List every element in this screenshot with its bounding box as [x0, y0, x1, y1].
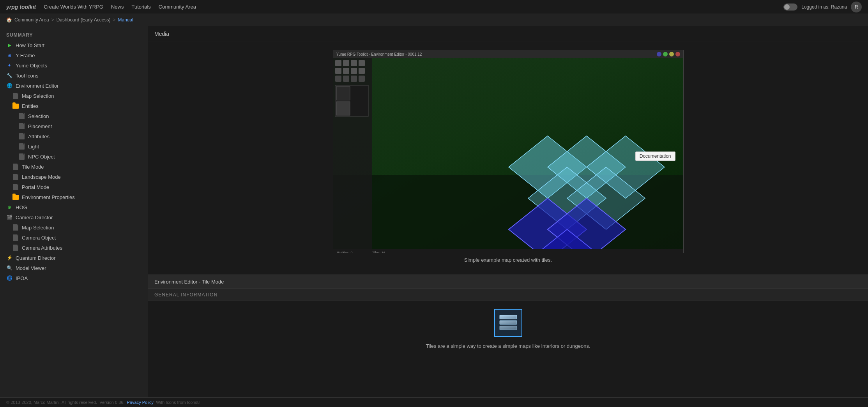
doc-icon-selection [19, 113, 25, 119]
sidebar-item-hog[interactable]: ⊕ HOG [0, 202, 148, 212]
sidebar-item-tool-icons[interactable]: 🔧 Tool Icons [0, 70, 148, 81]
app-logo: yrpg toolkit [6, 4, 36, 10]
svg-rect-22 [351, 76, 357, 82]
nav-link-news[interactable]: News [111, 4, 124, 10]
sidebar-item-npc-object[interactable]: NPC Object [0, 152, 148, 162]
footer-version: Version 0.86. [99, 400, 124, 405]
breadcrumb-sep-1: > [51, 17, 54, 23]
titlebar-icon-yellow [669, 52, 674, 56]
tile-description: Tiles are a simple way to create a simpl… [426, 343, 590, 349]
svg-rect-26 [336, 102, 350, 115]
yume-icon: ✦ [6, 62, 12, 69]
doc-icon-tile-mode [12, 164, 19, 170]
tile-icon-image [494, 309, 522, 337]
tile-mode-header: Environment Editor - Tile Mode [148, 275, 868, 289]
doc-icon-cam-obj [12, 234, 19, 241]
sidebar-item-attributes[interactable]: Attributes [0, 131, 148, 141]
footer-privacy[interactable]: Privacy Policy [127, 400, 154, 405]
home-icon[interactable]: 🏠 [6, 17, 12, 23]
nav-right: Logged in as: Razuna R [783, 2, 862, 12]
svg-rect-13 [343, 60, 349, 66]
quantum-icon: ⚡ [6, 255, 12, 261]
theme-toggle[interactable] [783, 4, 797, 11]
svg-rect-23 [359, 76, 365, 82]
sidebar-item-model-viewer[interactable]: 🔍 Model Viewer [0, 263, 148, 273]
svg-rect-20 [335, 76, 341, 82]
model-icon: 🔍 [6, 265, 12, 271]
sidebar-item-quantum-director[interactable]: ⚡ Quantum Director [0, 253, 148, 263]
content-area: Media Next Yume RPG Toolkit - Environmen… [148, 26, 868, 405]
globe-icon: 🌐 [6, 83, 12, 89]
screenshot-container: Yume RPG Toolkit - Environment Editor - … [333, 50, 684, 253]
folder-icon-entities [12, 103, 19, 109]
svg-rect-18 [351, 68, 357, 74]
titlebar-icons [657, 52, 680, 56]
svg-rect-19 [359, 68, 365, 74]
doc-icon-light [19, 143, 25, 150]
nav-link-tutorials[interactable]: Tutorials [131, 4, 150, 10]
sidebar-summary-label: Summary [0, 30, 148, 40]
sidebar-item-light[interactable]: Light [0, 141, 148, 152]
svg-rect-17 [343, 68, 349, 74]
user-avatar[interactable]: R [851, 2, 862, 12]
logged-in-label: Logged in as: Razuna [801, 4, 847, 10]
sidebar-item-environment-editor[interactable]: 🌐 Environment Editor [0, 81, 148, 91]
tile-mode-section: Environment Editor - Tile Mode GENERAL I… [148, 275, 868, 357]
documentation-button[interactable]: Documentation [635, 152, 675, 161]
doc-icon-map-sel-2 [12, 224, 19, 231]
sidebar-item-ipoa[interactable]: 🌀 IPOA [0, 273, 148, 283]
footer-icons: With Icons from Icons8 [156, 400, 200, 405]
nav-link-create-worlds[interactable]: Create Worlds With YRPG [44, 4, 103, 10]
breadcrumb-manual[interactable]: Manual [118, 17, 133, 23]
top-navigation: yrpg toolkit Create Worlds With YRPG New… [0, 0, 868, 14]
doc-icon-portal [12, 184, 19, 190]
svg-rect-32 [500, 326, 517, 330]
svg-rect-16 [335, 68, 341, 74]
svg-rect-12 [335, 60, 341, 66]
sidebar-item-how-to-start[interactable]: ▶ How To Start [0, 40, 148, 50]
sidebar-item-yume-objects[interactable]: ✦ Yume Objects [0, 60, 148, 70]
doc-icon-cam-attr [12, 245, 19, 251]
yframe-icon: ⊞ [6, 52, 12, 58]
sidebar-item-placement[interactable]: Placement [0, 121, 148, 131]
sidebar-item-camera-object[interactable]: Camera Object [0, 233, 148, 243]
doc-icon-map-sel-1 [12, 93, 19, 99]
tool-icon: 🔧 [6, 72, 12, 79]
footer: © 2013-2020, Marco Martini. All rights r… [0, 397, 868, 407]
main-layout: Summary ▶ How To Start ⊞ Y-Frame ✦ Yume … [0, 26, 868, 405]
media-header: Media [148, 26, 868, 42]
sidebar-item-selection[interactable]: Selection [0, 111, 148, 121]
titlebar-icon-green [663, 52, 668, 56]
sidebar-item-entities[interactable]: Entities [0, 101, 148, 111]
nav-link-community[interactable]: Community Area [159, 4, 196, 10]
sidebar-item-tile-mode[interactable]: Tile Mode [0, 162, 148, 172]
sidebar-item-camera-director[interactable]: 🎬 Camera Director [0, 212, 148, 222]
svg-rect-27 [333, 249, 683, 253]
sidebar-item-camera-attributes[interactable]: Camera Attributes [0, 243, 148, 253]
play-icon: ▶ [6, 42, 12, 48]
sidebar-item-map-selection-1[interactable]: Map Selection [0, 91, 148, 101]
sidebar-item-portal-mode[interactable]: Portal Mode [0, 182, 148, 192]
tile-mode-content: Tiles are a simple way to create a simpl… [148, 301, 868, 357]
svg-text:Tiles: 36: Tiles: 36 [372, 251, 385, 253]
screenshot-image: Entities: 0 Tiles: 36 [333, 58, 683, 253]
titlebar-icon-blue [657, 52, 661, 56]
svg-text:Entities: 0: Entities: 0 [337, 251, 353, 253]
sidebar-item-map-selection-2[interactable]: Map Selection [0, 222, 148, 233]
svg-rect-31 [500, 321, 517, 324]
sidebar-item-env-properties[interactable]: Environment Properties [0, 192, 148, 202]
svg-rect-25 [336, 86, 350, 100]
titlebar-icon-red [675, 52, 680, 56]
breadcrumb-dashboard[interactable]: Dashboard (Early Access) [57, 17, 111, 23]
sidebar-item-landscape-mode[interactable]: Landscape Mode [0, 172, 148, 182]
screenshot-title: Yume RPG Toolkit - Environment Editor - … [336, 52, 422, 56]
nav-left: yrpg toolkit Create Worlds With YRPG New… [6, 4, 196, 10]
sidebar: Summary ▶ How To Start ⊞ Y-Frame ✦ Yume … [0, 26, 148, 405]
camera-icon: 🎬 [6, 214, 12, 220]
doc-icon-landscape [12, 174, 19, 180]
doc-icon-npc [19, 153, 25, 160]
screenshot-titlebar: Yume RPG Toolkit - Environment Editor - … [333, 50, 683, 58]
folder-icon-env-props [12, 194, 19, 200]
sidebar-item-y-frame[interactable]: ⊞ Y-Frame [0, 50, 148, 60]
breadcrumb-community[interactable]: Community Area [14, 17, 49, 23]
